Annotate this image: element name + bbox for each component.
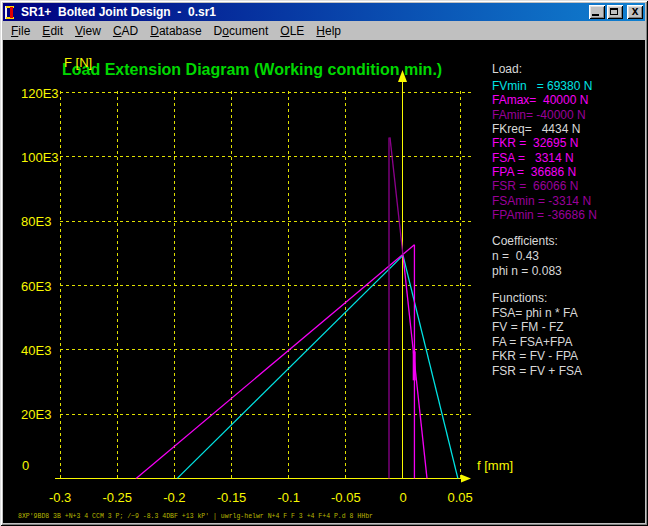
window-title: SR1+ Bolted Joint Design - 0.sr1 xyxy=(21,5,216,19)
menu-bar: FileEditViewCADDatabaseDocumentOLEHelp xyxy=(3,21,645,40)
title-bar[interactable]: SR1+ Bolted Joint Design - 0.sr1 x xyxy=(3,3,645,21)
maximize-icon xyxy=(610,8,618,15)
close-icon: x xyxy=(627,4,643,18)
menu-item-cad[interactable]: CAD xyxy=(107,22,144,40)
minimize-button[interactable] xyxy=(589,5,605,19)
client-area xyxy=(3,40,645,523)
menu-item-edit[interactable]: Edit xyxy=(36,22,69,40)
menu-item-view[interactable]: View xyxy=(69,22,107,40)
menu-item-database[interactable]: Database xyxy=(144,22,207,40)
window-controls: x xyxy=(589,5,645,19)
app-window: SR1+ Bolted Joint Design - 0.sr1 x FileE… xyxy=(0,0,648,526)
app-icon xyxy=(5,6,18,19)
maximize-button[interactable] xyxy=(607,5,623,19)
menu-item-document[interactable]: Document xyxy=(208,22,275,40)
menu-item-help[interactable]: Help xyxy=(310,22,347,40)
close-button[interactable]: x xyxy=(627,5,643,19)
minimize-icon xyxy=(592,14,599,16)
menu-item-ole[interactable]: OLE xyxy=(274,22,310,40)
menu-item-file[interactable]: File xyxy=(5,22,36,40)
